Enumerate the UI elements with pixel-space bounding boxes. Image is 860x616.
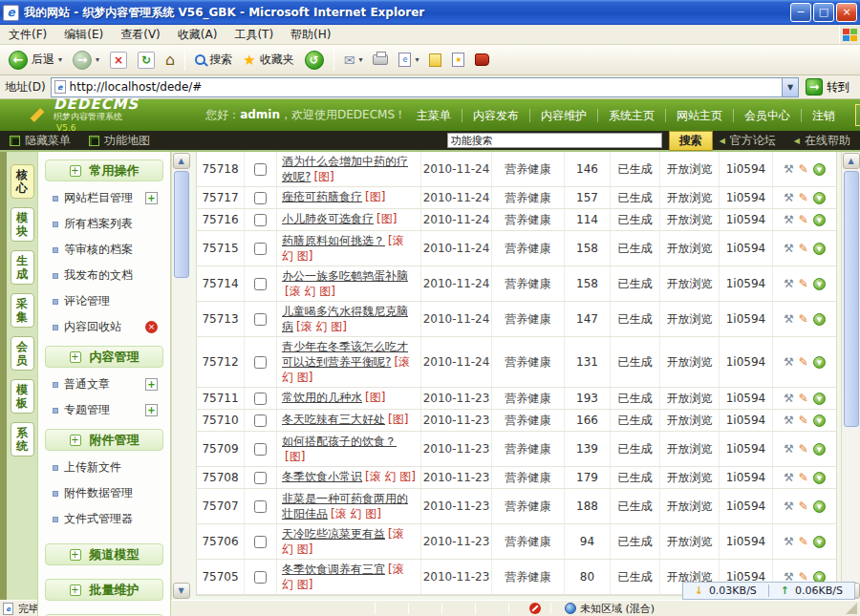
doc-category[interactable]: 营养健康 xyxy=(492,209,565,230)
function-search-input[interactable] xyxy=(447,133,662,148)
forward-dropdown-icon[interactable]: ▾ xyxy=(96,55,99,64)
doc-category[interactable]: 营养健康 xyxy=(492,231,565,266)
hide-menu-button[interactable]: 隐藏菜单 xyxy=(10,133,71,149)
maximize-button[interactable]: □ xyxy=(813,3,834,22)
doc-category[interactable]: 营养健康 xyxy=(492,524,565,559)
edit-icon[interactable]: ✎ xyxy=(799,312,808,326)
menu-file[interactable]: 文件(F) xyxy=(0,27,55,43)
sidebar-scrollbar[interactable]: ▲ ▼ xyxy=(171,152,190,600)
edit-icon[interactable]: ✎ xyxy=(799,277,808,290)
row-checkbox[interactable] xyxy=(254,313,267,326)
section-channel-model[interactable]: + 频道模型 xyxy=(45,543,163,565)
row-checkbox[interactable] xyxy=(254,192,267,204)
minimize-button[interactable]: ─ xyxy=(790,3,811,22)
doc-category[interactable]: 营养健康 xyxy=(492,388,565,409)
tab-modules[interactable]: 模块 xyxy=(11,207,34,242)
preview-icon[interactable]: ▼ xyxy=(813,500,826,513)
preview-icon[interactable]: ▼ xyxy=(813,472,826,484)
mail-dropdown-icon[interactable]: ▾ xyxy=(358,55,362,64)
doc-title-link[interactable]: 办公一族多吃鹌鹑蛋补脑 xyxy=(282,269,408,283)
row-checkbox[interactable] xyxy=(254,393,267,405)
edit-icon[interactable]: ✎ xyxy=(799,162,808,176)
manage-icon[interactable]: ⚒ xyxy=(784,242,794,255)
row-checkbox[interactable] xyxy=(254,243,267,255)
tab-system[interactable]: 系统 xyxy=(11,422,34,457)
tab-member[interactable]: 会员 xyxy=(11,336,34,371)
row-checkbox[interactable] xyxy=(254,414,267,427)
row-checkbox[interactable] xyxy=(254,214,267,226)
edit-icon[interactable]: ✎ xyxy=(799,355,808,369)
messenger-button[interactable]: ★ xyxy=(448,51,468,69)
manage-icon[interactable]: ⚒ xyxy=(784,392,794,405)
doc-category[interactable]: 营养健康 xyxy=(492,152,565,186)
scroll-track[interactable] xyxy=(172,170,190,582)
back-dropdown-icon[interactable]: ▾ xyxy=(58,55,62,64)
row-checkbox[interactable] xyxy=(254,500,267,513)
manage-icon[interactable]: ⚒ xyxy=(784,442,794,456)
preview-icon[interactable]: ▼ xyxy=(813,214,826,226)
add-page-icon[interactable]: + xyxy=(145,378,158,391)
scroll-up-icon[interactable]: ▲ xyxy=(173,153,190,169)
edit-icon[interactable]: ✎ xyxy=(799,213,808,226)
expand-icon[interactable]: + xyxy=(70,584,81,596)
edit-icon[interactable]: ✎ xyxy=(799,191,808,204)
doc-title-link[interactable]: 小儿肺炎可选食疗 xyxy=(282,212,374,225)
edit-dropdown-icon[interactable]: ▾ xyxy=(415,55,419,64)
close-button[interactable]: × xyxy=(836,3,857,22)
section-content-manage[interactable]: + 内容管理 xyxy=(45,346,163,368)
edit-icon[interactable]: ✎ xyxy=(799,499,808,513)
doc-title-link[interactable]: 如何搭配孩子的饮食？ xyxy=(282,435,397,448)
row-checkbox[interactable] xyxy=(254,472,267,484)
row-checkbox[interactable] xyxy=(254,278,267,290)
expand-icon[interactable]: + xyxy=(70,435,81,446)
menu-edit[interactable]: 编辑(E) xyxy=(55,27,112,43)
preview-icon[interactable]: ▼ xyxy=(813,192,826,204)
mail-button[interactable]: ✉ ▾ xyxy=(340,51,367,70)
row-checkbox[interactable] xyxy=(254,571,267,584)
menu-tools[interactable]: 工具(T) xyxy=(226,27,282,43)
row-checkbox[interactable] xyxy=(254,443,267,456)
doc-title-link[interactable]: 天冷吃些凉菜更有益 xyxy=(282,527,385,541)
edit-icon[interactable]: ✎ xyxy=(799,414,808,427)
section-common-operations[interactable]: + 常用操作 xyxy=(45,159,163,181)
tab-collect[interactable]: 采集 xyxy=(11,293,34,328)
manage-icon[interactable]: ⚒ xyxy=(784,499,794,513)
doc-title-link[interactable]: 冬季饮食调养有三宜 xyxy=(282,563,385,576)
function-search-button[interactable]: 搜索 xyxy=(669,131,713,151)
sidebar-item-attachment-data[interactable]: 附件数据管理 xyxy=(38,480,170,506)
manage-icon[interactable]: ⚒ xyxy=(784,277,794,290)
preview-icon[interactable]: ▼ xyxy=(813,536,826,548)
back-button[interactable]: ← 后退 ▾ xyxy=(5,49,66,72)
resize-grip[interactable] xyxy=(846,603,857,614)
sidebar-item-recycle-bin[interactable]: 内容回收站 × xyxy=(38,314,170,340)
doc-title-link[interactable]: 酒为什么会增加中药的疗效呢? xyxy=(282,155,408,183)
sidebar-item-upload-file[interactable]: 上传新文件 xyxy=(38,455,170,480)
doc-category[interactable]: 营养健康 xyxy=(492,266,565,301)
scroll-track[interactable] xyxy=(842,170,860,582)
preview-icon[interactable]: ▼ xyxy=(813,163,826,176)
preview-icon[interactable]: ▼ xyxy=(813,414,826,427)
row-checkbox[interactable] xyxy=(254,356,267,369)
history-button[interactable]: ↺ xyxy=(301,49,328,72)
section-attachment-manage[interactable]: + 附件管理 xyxy=(45,429,163,451)
nav-site-home[interactable]: 网站主页 xyxy=(665,109,733,122)
official-forum-link[interactable]: ◀ 官方论坛 xyxy=(720,133,776,149)
preview-icon[interactable]: ▼ xyxy=(813,443,826,456)
doc-title-link[interactable]: 痤疮可药膳食疗 xyxy=(282,190,362,203)
sidebar-item-file-manager[interactable]: 文件式管理器 xyxy=(38,506,170,532)
add-page-icon[interactable]: + xyxy=(145,192,158,204)
online-help-link[interactable]: ◀ 在线帮助 xyxy=(794,133,850,149)
forward-button[interactable]: → ▾ xyxy=(69,49,103,72)
menu-view[interactable]: 查看(V) xyxy=(112,27,169,43)
tab-generate[interactable]: 生成 xyxy=(11,250,34,285)
sidebar-item-comment-manage[interactable]: 评论管理 xyxy=(38,288,170,314)
manage-icon[interactable]: ⚒ xyxy=(784,355,794,369)
manage-icon[interactable]: ⚒ xyxy=(784,535,794,548)
expand-icon[interactable]: + xyxy=(70,549,81,561)
print-button[interactable] xyxy=(369,53,392,67)
doc-category[interactable]: 营养健康 xyxy=(492,489,565,523)
home-button[interactable]: ⌂ xyxy=(161,49,179,71)
note-button[interactable] xyxy=(425,52,445,69)
address-dropdown-icon[interactable]: ▼ xyxy=(782,78,798,96)
preview-icon[interactable]: ▼ xyxy=(813,243,826,255)
